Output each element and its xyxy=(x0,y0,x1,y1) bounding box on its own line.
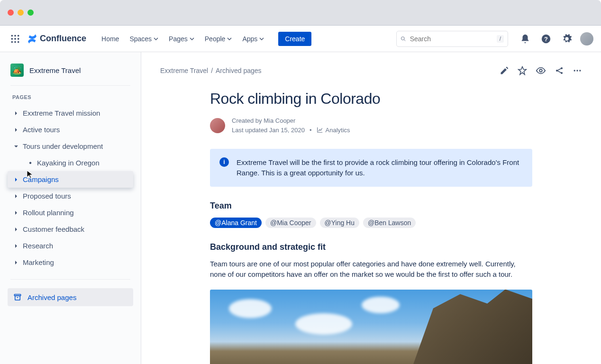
tree-item-active-tours[interactable]: Active tours xyxy=(8,121,133,138)
analytics-label: Analytics xyxy=(326,126,350,135)
create-button[interactable]: Create xyxy=(278,32,311,46)
window-minimize-dot[interactable] xyxy=(18,9,24,16)
svg-line-10 xyxy=(404,39,405,41)
chevron-down-icon xyxy=(259,36,264,41)
search-shortcut: / xyxy=(497,35,504,43)
space-header[interactable]: 🏕️ Exxtreme Travel xyxy=(8,62,133,85)
tree-item-label: Research xyxy=(23,242,53,250)
watch-button[interactable] xyxy=(536,65,546,76)
team-heading: Team xyxy=(210,201,532,211)
chevron-right-icon[interactable] xyxy=(12,177,20,182)
author-name[interactable]: Mia Cooper xyxy=(264,117,295,124)
window-close-dot[interactable] xyxy=(8,9,14,16)
star-button[interactable] xyxy=(518,65,527,76)
tree-item-tours-under-development[interactable]: Tours under development xyxy=(8,138,133,155)
nav-spaces[interactable]: Spaces xyxy=(125,32,163,46)
chevron-down-icon[interactable] xyxy=(12,144,20,149)
svg-rect-7 xyxy=(14,41,16,43)
nav-apps[interactable]: Apps xyxy=(237,32,269,46)
byline: Created by Mia Cooper Last updated Jan 1… xyxy=(210,116,532,135)
chevron-down-icon xyxy=(227,36,232,41)
chevron-right-icon[interactable] xyxy=(12,260,20,265)
chevron-right-icon[interactable] xyxy=(12,244,20,248)
mac-titlebar xyxy=(0,0,601,26)
nav-pages[interactable]: Pages xyxy=(164,32,199,46)
last-updated-date: Jan 15, 2020 xyxy=(269,127,305,134)
divider xyxy=(10,85,130,86)
tree-item-label: Exxtreme Travel mission xyxy=(23,109,100,117)
content-area: Exxtreme Travel / Archived pages Rock cl… xyxy=(141,52,601,364)
space-name: Exxtreme Travel xyxy=(29,66,81,74)
more-button[interactable] xyxy=(573,65,582,76)
top-nav: Confluence Home Spaces Pages People Apps… xyxy=(0,26,601,52)
share-icon xyxy=(555,66,564,75)
nav-people[interactable]: People xyxy=(200,32,237,46)
svg-rect-1 xyxy=(14,35,16,36)
tree-item-kayaking[interactable]: • Kayaking in Oregon xyxy=(8,155,133,171)
tree-item-customer-feedback[interactable]: Customer feedback xyxy=(8,221,133,237)
svg-point-22 xyxy=(574,70,575,71)
author-avatar[interactable] xyxy=(210,118,225,133)
mention-alana-grant[interactable]: @Alana Grant xyxy=(210,218,262,228)
search-box[interactable]: / xyxy=(396,31,508,47)
last-updated-label: Last updated xyxy=(232,127,269,134)
breadcrumb: Exxtreme Travel / Archived pages xyxy=(160,67,262,74)
tree-item-rollout-planning[interactable]: Rollout planning xyxy=(8,204,133,221)
info-panel: i Exxtreme Travel will be the first to p… xyxy=(210,149,532,187)
archived-pages-label: Archived pages xyxy=(27,293,76,301)
archived-pages-button[interactable]: Archived pages xyxy=(8,288,133,306)
info-icon: i xyxy=(219,157,229,167)
pencil-icon xyxy=(500,66,509,75)
chevron-right-icon[interactable] xyxy=(12,194,20,199)
archive-icon xyxy=(13,293,22,301)
confluence-logo[interactable]: Confluence xyxy=(25,33,91,45)
nav-items: Home Spaces Pages People Apps Create xyxy=(97,32,311,46)
tree-item-label: Rollout planning xyxy=(23,209,74,217)
svg-rect-2 xyxy=(18,35,19,36)
background-body: Team tours are one of our most popular o… xyxy=(210,259,532,280)
search-input[interactable] xyxy=(410,35,493,43)
app-switcher-button[interactable] xyxy=(8,31,23,46)
mention-ying-hu[interactable]: @Ying Hu xyxy=(320,218,360,228)
tree-item-mission[interactable]: Exxtreme Travel mission xyxy=(8,105,133,121)
page-title: Rock climbing in Colorado xyxy=(210,90,532,108)
chevron-right-icon[interactable] xyxy=(12,227,20,232)
eye-icon xyxy=(536,65,546,76)
sidebar: 🏕️ Exxtreme Travel PAGES Exxtreme Travel… xyxy=(0,52,141,364)
settings-button[interactable] xyxy=(559,31,574,46)
help-button[interactable]: ? xyxy=(538,31,554,46)
user-avatar[interactable] xyxy=(580,32,593,46)
breadcrumb-space[interactable]: Exxtreme Travel xyxy=(160,67,208,74)
gear-icon xyxy=(562,34,572,44)
svg-point-9 xyxy=(401,36,404,40)
chevron-right-icon[interactable] xyxy=(12,111,20,116)
analytics-link[interactable]: Analytics xyxy=(317,126,350,135)
mention-mia-cooper[interactable]: @Mia Cooper xyxy=(265,218,316,228)
confluence-logo-icon xyxy=(27,33,38,45)
cursor-pointer-icon xyxy=(27,170,33,180)
tree-item-marketing[interactable]: Marketing xyxy=(8,254,133,271)
mention-ben-lawson[interactable]: @Ben Lawson xyxy=(363,218,416,228)
tree-item-research[interactable]: Research xyxy=(8,237,133,254)
analytics-icon xyxy=(317,127,323,133)
nav-home[interactable]: Home xyxy=(97,32,124,46)
search-icon xyxy=(401,35,406,43)
svg-point-23 xyxy=(576,70,578,71)
svg-text:?: ? xyxy=(544,35,548,42)
chevron-right-icon[interactable] xyxy=(12,127,20,132)
divider xyxy=(10,279,130,280)
window-maximize-dot[interactable] xyxy=(27,9,34,16)
svg-point-24 xyxy=(579,70,581,71)
tree-item-campaigns[interactable]: Campaigns xyxy=(8,171,133,188)
tree-item-label: Active tours xyxy=(23,126,60,134)
bullet-icon: • xyxy=(27,159,34,167)
breadcrumb-page[interactable]: Archived pages xyxy=(216,67,262,74)
chevron-right-icon[interactable] xyxy=(12,210,20,215)
background-heading: Background and strategic fit xyxy=(210,242,532,252)
share-button[interactable] xyxy=(555,65,564,76)
svg-line-20 xyxy=(558,69,561,70)
edit-button[interactable] xyxy=(500,65,509,76)
notifications-button[interactable] xyxy=(518,31,533,46)
pages-section-label: PAGES xyxy=(8,94,133,105)
tree-item-proposed-tours[interactable]: Proposed tours xyxy=(8,188,133,204)
